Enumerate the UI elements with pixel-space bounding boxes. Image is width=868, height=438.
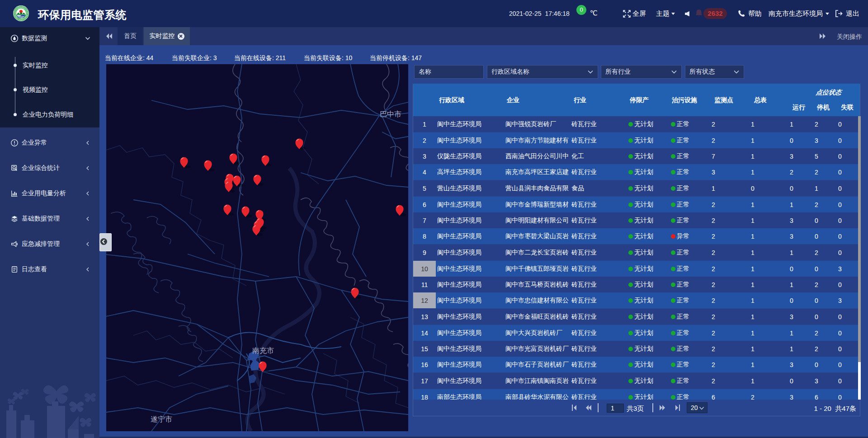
svg-text:巴中市: 巴中市: [380, 110, 401, 118]
svg-text:南充市: 南充市: [252, 347, 274, 354]
svg-text:遂宁市: 遂宁市: [151, 415, 172, 423]
